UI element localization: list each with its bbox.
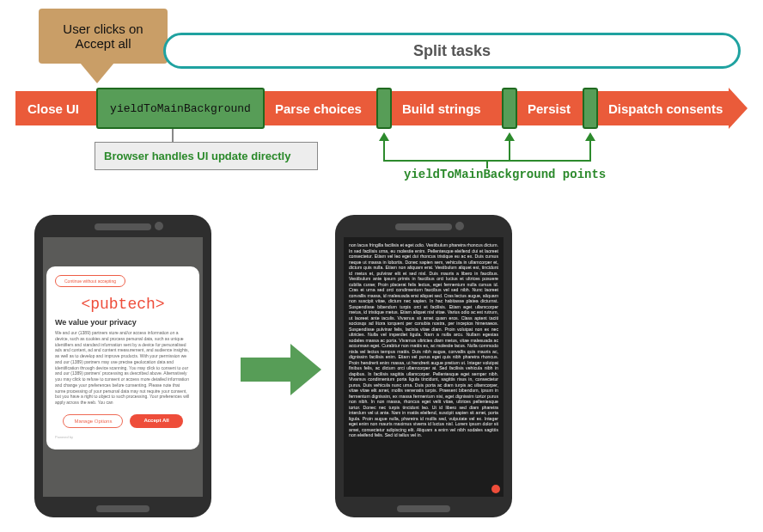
fab-icon[interactable] — [491, 485, 500, 493]
split-tasks-label: Split tasks — [413, 42, 491, 60]
accept-all-button[interactable]: Accept All — [130, 414, 182, 428]
seg-build-strings: Build strings — [402, 91, 481, 125]
yield-to-main-block: yieldToMainBackground — [96, 88, 265, 129]
yield-to-main-label: yieldToMainBackground — [110, 102, 251, 115]
seg-persist: Persist — [528, 91, 571, 125]
article-text: non lacus fringilla facilisis et eget od… — [345, 239, 502, 495]
phones-area: Continue without accepting <pubtech> We … — [34, 215, 636, 524]
split-tasks-pill: Split tasks — [163, 33, 741, 69]
seg-close-ui: Close UI — [27, 91, 79, 125]
dialog-body: We and our (1389) partners store and/or … — [55, 330, 191, 406]
yield-point-2 — [502, 88, 517, 129]
powered-by-text: Powered by — [55, 435, 191, 439]
phone-home-icon — [96, 505, 150, 512]
phone-camera-icon — [455, 222, 464, 230]
pubtech-logo: <pubtech> — [55, 296, 191, 313]
transition-arrow-icon — [241, 344, 327, 395]
user-clicks-callout: User clicks on Accept all — [39, 9, 168, 64]
browser-handles-info: Browser handles UI update directly — [95, 142, 318, 170]
phone-before: Continue without accepting <pubtech> We … — [34, 215, 211, 517]
seg-parse-choices: Parse choices — [275, 91, 362, 125]
phone-notch-icon — [95, 223, 151, 230]
yield-point-1 — [376, 88, 392, 129]
arrow-shaft — [241, 358, 292, 382]
dialog-button-row: Manage Options Accept All — [55, 414, 191, 428]
consent-dialog: Continue without accepting <pubtech> We … — [46, 266, 199, 449]
yield-points-label: yieldToMainBackground points — [404, 168, 606, 181]
phone-before-screen: Continue without accepting <pubtech> We … — [43, 237, 203, 497]
up-arrow-1-icon — [383, 134, 385, 160]
phone-home-icon — [397, 505, 450, 512]
continue-without-button[interactable]: Continue without accepting — [55, 275, 125, 287]
timeline-arrow: Close UI yieldToMainBackground Parse cho… — [15, 91, 746, 125]
manage-options-button[interactable]: Manage Options — [63, 414, 123, 428]
connector-line — [172, 129, 174, 142]
dialog-title: We value your privacy — [55, 318, 191, 327]
phone-camera-icon — [155, 222, 163, 230]
phone-notch-icon — [395, 223, 452, 230]
phone-after: non lacus fringilla facilisis et eget od… — [335, 215, 512, 517]
arrow-head-icon — [729, 88, 748, 129]
callout-text: User clicks on Accept all — [47, 21, 159, 51]
up-arrow-2-icon — [509, 134, 510, 160]
phone-after-screen: non lacus fringilla facilisis et eget od… — [344, 237, 504, 497]
yield-point-3 — [583, 88, 598, 129]
diagram-root: User clicks on Accept all Split tasks Cl… — [9, 9, 754, 524]
arrow-head — [290, 344, 321, 395]
seg-dispatch: Dispatch consents — [608, 91, 723, 125]
up-arrow-3-icon — [589, 134, 591, 160]
